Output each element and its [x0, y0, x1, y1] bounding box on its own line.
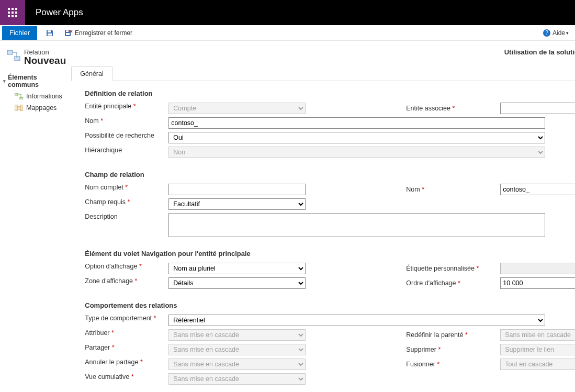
label-field-name: Nom — [406, 186, 500, 193]
label-delete: Supprimer — [406, 346, 500, 353]
name-input[interactable] — [168, 117, 545, 129]
label-behavior-type: Type de comportement — [71, 315, 168, 322]
label-related-entity: Entité associée — [406, 105, 500, 112]
app-launcher-button[interactable] — [0, 0, 25, 25]
display-area-select[interactable]: Détails — [168, 277, 306, 289]
share-select: Sans mise en cascade — [168, 344, 306, 355]
tab-general[interactable]: Général — [71, 66, 112, 81]
svg-rect-8 — [15, 15, 17, 17]
label-field-requirement: Champ requis — [71, 198, 168, 206]
svg-rect-6 — [8, 15, 10, 17]
file-menu-button[interactable]: Fichier — [2, 26, 37, 40]
svg-rect-10 — [48, 33, 52, 36]
information-icon — [15, 92, 23, 100]
unshare-select: Sans mise en cascade — [168, 359, 306, 370]
svg-rect-7 — [12, 15, 14, 17]
save-and-close-button[interactable]: Enregistrer et fermer — [64, 29, 132, 37]
label-display-area: Zone d'affichage — [71, 277, 168, 285]
tree-root-common[interactable]: ▾ Éléments communs — [3, 72, 68, 91]
label-hierarchical: Hiérarchique — [71, 147, 168, 154]
tree-root-label: Éléments communs — [8, 74, 68, 88]
display-order-input[interactable] — [500, 277, 575, 289]
tree-item-mappings[interactable]: Mappages — [3, 102, 68, 114]
svg-rect-4 — [12, 12, 14, 14]
relation-icon — [6, 48, 21, 63]
app-title: Power Apps — [36, 7, 83, 18]
label-merge: Fusionner — [406, 361, 500, 368]
svg-rect-5 — [15, 12, 17, 14]
label-unshare: Annuler le partage — [71, 359, 168, 366]
svg-rect-1 — [12, 8, 14, 10]
save-and-close-label: Enregistrer et fermer — [75, 29, 132, 37]
save-close-icon — [64, 29, 73, 37]
label-name: Nom — [71, 117, 168, 125]
svg-rect-17 — [15, 105, 17, 111]
related-entity-select[interactable] — [500, 103, 575, 114]
svg-rect-12 — [66, 33, 70, 35]
svg-rect-15 — [15, 93, 18, 95]
label-primary-entity: Entité principale — [71, 103, 168, 110]
hierarchical-select: Non — [168, 147, 545, 158]
label-custom-label: Étiquette personnalisée — [406, 265, 500, 272]
save-icon — [46, 29, 54, 37]
label-display-name: Nom complet — [71, 184, 168, 191]
waffle-icon — [8, 8, 17, 17]
label-searchable: Possibilité de recherche — [71, 132, 168, 139]
chevron-down-icon: ▾ — [566, 30, 569, 36]
behavior-type-select[interactable]: Référentiel — [168, 315, 545, 326]
section-title-behavior: Comportement des relations — [85, 301, 575, 309]
searchable-select[interactable]: Oui — [168, 132, 545, 143]
svg-rect-11 — [66, 30, 69, 32]
label-share: Partager — [71, 344, 168, 351]
svg-rect-3 — [8, 12, 10, 14]
display-name-input[interactable] — [168, 184, 306, 195]
label-display-order: Ordre d'affichage — [406, 279, 500, 287]
mappings-icon — [15, 104, 23, 112]
delete-select: Supprimer le lien — [500, 344, 575, 355]
reparent-select: Sans mise en cascade — [500, 329, 575, 341]
label-description: Description — [71, 213, 168, 220]
solution-usage-label: Utilisation de la solution : Contoso Cof… — [71, 48, 575, 56]
svg-rect-2 — [15, 8, 17, 10]
help-menu[interactable]: ? Aide ▾ — [543, 29, 569, 37]
primary-entity-select: Compte — [168, 103, 306, 114]
help-label: Aide — [553, 29, 565, 37]
help-icon: ? — [543, 29, 550, 37]
field-name-input[interactable] — [500, 184, 575, 195]
svg-rect-14 — [15, 57, 20, 61]
tree-item-information[interactable]: Informations — [3, 91, 68, 102]
svg-rect-13 — [7, 50, 13, 54]
section-title-field: Champ de relation — [85, 171, 575, 178]
section-title-definition: Définition de relation — [85, 89, 575, 97]
page-title: Nouveau — [24, 55, 66, 66]
label-assign: Attribuer — [71, 329, 168, 337]
label-display-option: Option d'affichage — [71, 263, 168, 270]
custom-label-input — [500, 263, 575, 274]
display-option-select[interactable]: Nom au pluriel — [168, 263, 306, 274]
section-title-nav: Élément du volet Navigation pour l'entit… — [85, 250, 575, 257]
rollup-select: Sans mise en cascade — [168, 373, 306, 385]
field-requirement-select[interactable]: Facultatif — [168, 198, 306, 210]
description-textarea[interactable] — [168, 213, 545, 237]
svg-rect-16 — [20, 97, 23, 99]
svg-rect-9 — [48, 30, 51, 32]
save-button[interactable] — [46, 29, 56, 37]
caret-down-icon: ▾ — [3, 79, 6, 84]
svg-rect-18 — [20, 105, 23, 111]
assign-select: Sans mise en cascade — [168, 329, 306, 341]
label-rollup: Vue cumulative — [71, 373, 168, 380]
merge-select: Tout en cascade — [500, 359, 575, 370]
tree-item-information-label: Informations — [26, 93, 62, 100]
tree-item-mappings-label: Mappages — [26, 104, 57, 111]
label-reparent: Redéfinir la parenté — [406, 331, 500, 339]
svg-rect-0 — [8, 8, 10, 10]
